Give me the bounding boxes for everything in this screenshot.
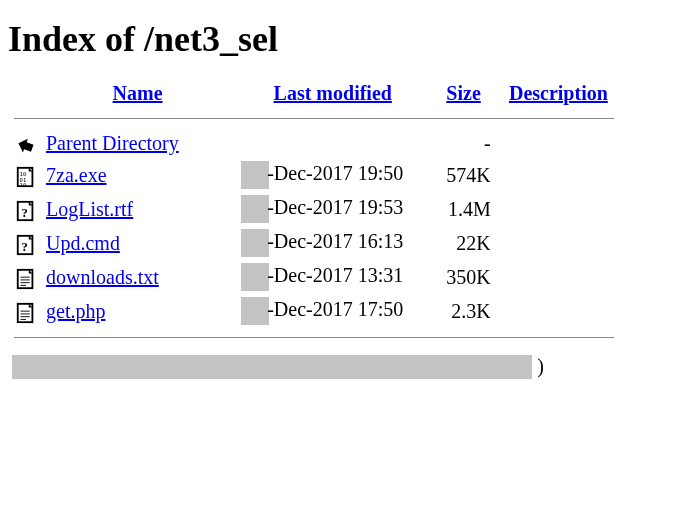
redacted-date [241,263,269,291]
redacted-date [241,297,269,325]
redacted-date [241,229,269,257]
file-link[interactable]: get.php [46,300,105,322]
table-row: get.php -Dec-2017 17:50 2.3K [8,294,620,328]
file-size: 350K [430,260,496,294]
parent-row: Parent Directory - [8,128,620,158]
table-row: downloads.txt -Dec-2017 13:31 350K [8,260,620,294]
header-name[interactable]: Name [113,82,163,104]
redacted-footer: ) [12,355,532,379]
file-size: 2.3K [430,294,496,328]
header-modified[interactable]: Last modified [274,82,392,104]
page-title: Index of /net3_sel [8,18,677,60]
header-size[interactable]: Size [446,82,480,104]
redacted-date [241,195,269,223]
table-row: ? Upd.cmd -Dec-2017 16:13 22K [8,226,620,260]
text-icon [15,302,37,324]
file-modified: -Dec-2017 19:50 [267,162,403,184]
parent-size: - [430,128,496,158]
footer-peek: ) [537,355,544,378]
file-size: 1.4M [430,192,496,226]
text-icon [15,268,37,290]
file-size: 22K [430,226,496,260]
redacted-date [241,161,269,189]
file-link[interactable]: Upd.cmd [46,232,120,254]
svg-text:?: ? [21,239,27,253]
unknown-icon: ? [15,234,37,256]
header-row: Name Last modified Size Description [8,78,620,109]
table-row: 100110 7za.exe -Dec-2017 19:50 574K [8,158,620,192]
binary-icon: 100110 [15,166,37,188]
directory-listing-table: Name Last modified Size Description Pare… [8,78,620,347]
parent-directory-link[interactable]: Parent Directory [46,132,179,154]
file-link[interactable]: 7za.exe [46,164,107,186]
file-modified: -Dec-2017 16:13 [267,230,403,252]
file-link[interactable]: LogList.rtf [46,198,133,220]
file-modified: -Dec-2017 19:53 [267,196,403,218]
divider [14,118,614,119]
file-modified: -Dec-2017 17:50 [267,298,403,320]
header-description[interactable]: Description [509,82,608,104]
file-modified: -Dec-2017 13:31 [267,264,403,286]
file-link[interactable]: downloads.txt [46,266,159,288]
svg-text:10: 10 [20,182,27,188]
back-icon [15,133,37,155]
divider [14,337,614,338]
file-size: 574K [430,158,496,192]
table-row: ? LogList.rtf -Dec-2017 19:53 1.4M [8,192,620,226]
unknown-icon: ? [15,200,37,222]
svg-text:?: ? [21,205,27,219]
